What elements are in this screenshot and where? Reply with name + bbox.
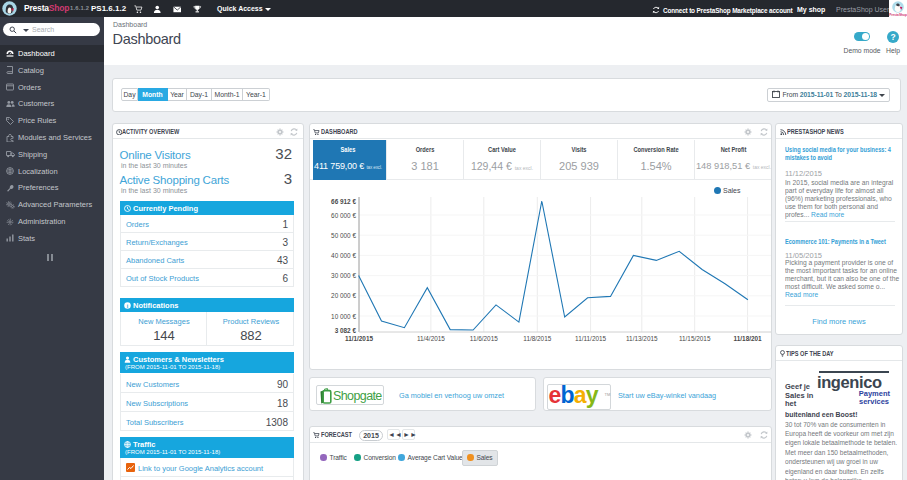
svg-text:40 000 €: 40 000 € xyxy=(331,252,356,259)
svg-text:3 082 €: 3 082 € xyxy=(335,327,357,334)
svg-text:30 000 €: 30 000 € xyxy=(331,272,356,279)
svg-text:11/1/2015: 11/1/2015 xyxy=(345,335,374,342)
svg-text:11/13/2015: 11/13/2015 xyxy=(626,335,658,342)
svg-text:11/15/2015: 11/15/2015 xyxy=(679,335,711,342)
svg-text:11/8/2015: 11/8/2015 xyxy=(523,335,551,342)
svg-text:66 912 €: 66 912 € xyxy=(331,198,356,205)
svg-text:60 000 €: 60 000 € xyxy=(331,212,356,219)
svg-text:50 000 €: 50 000 € xyxy=(331,232,356,239)
svg-text:11/4/2015: 11/4/2015 xyxy=(417,335,445,342)
svg-text:11/6/2015: 11/6/2015 xyxy=(470,335,498,342)
svg-text:11/18/201: 11/18/201 xyxy=(734,335,763,342)
svg-text:11/11/2015: 11/11/2015 xyxy=(575,335,606,342)
svg-text:10 000 €: 10 000 € xyxy=(331,313,356,320)
svg-text:20 000 €: 20 000 € xyxy=(331,292,356,299)
